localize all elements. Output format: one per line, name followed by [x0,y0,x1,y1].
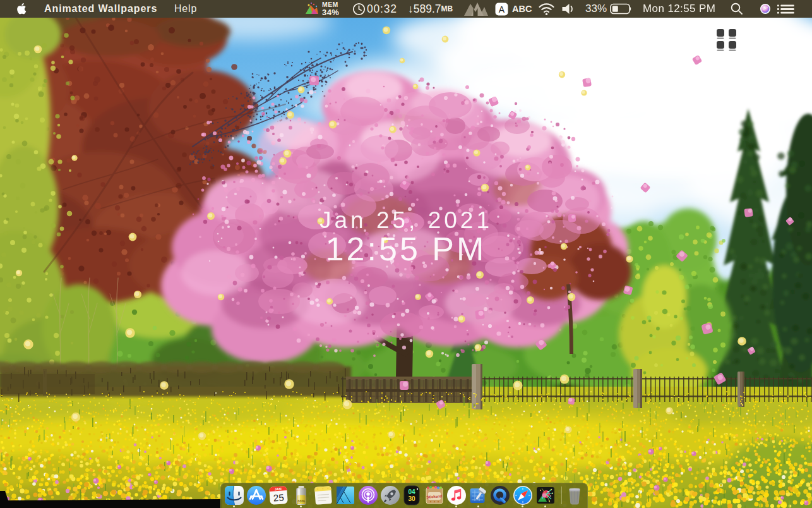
svg-text:30: 30 [408,495,415,502]
svg-text:25: 25 [273,492,284,503]
svg-text:33%: 33% [297,499,306,503]
svg-text:A: A [499,4,505,14]
svg-text:JAN: JAN [275,487,282,491]
svg-text:04: 04 [408,488,415,495]
